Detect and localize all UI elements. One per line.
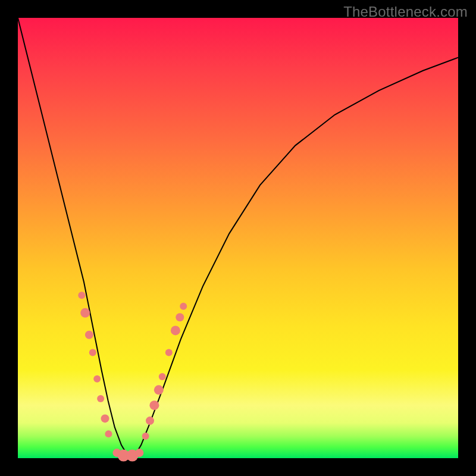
data-marker	[171, 325, 180, 335]
chart-svg	[18, 18, 458, 458]
data-marker	[105, 430, 112, 437]
data-marker	[89, 349, 96, 356]
data-marker	[78, 292, 85, 299]
data-marker	[135, 449, 143, 457]
data-marker	[85, 331, 93, 339]
plot-area	[18, 18, 458, 458]
data-marker	[146, 416, 154, 425]
data-marker	[142, 433, 149, 440]
data-marker	[159, 373, 166, 380]
data-marker	[149, 400, 159, 410]
data-marker	[97, 395, 104, 402]
data-marker	[154, 385, 164, 394]
data-marker	[180, 303, 187, 310]
chart-frame: TheBottleneck.com	[0, 0, 476, 476]
marker-group	[78, 292, 187, 461]
bottleneck-curve	[18, 18, 458, 456]
data-marker	[165, 349, 173, 356]
data-marker	[80, 308, 90, 318]
data-marker	[93, 375, 101, 383]
data-marker	[101, 414, 109, 422]
data-marker	[176, 313, 184, 321]
